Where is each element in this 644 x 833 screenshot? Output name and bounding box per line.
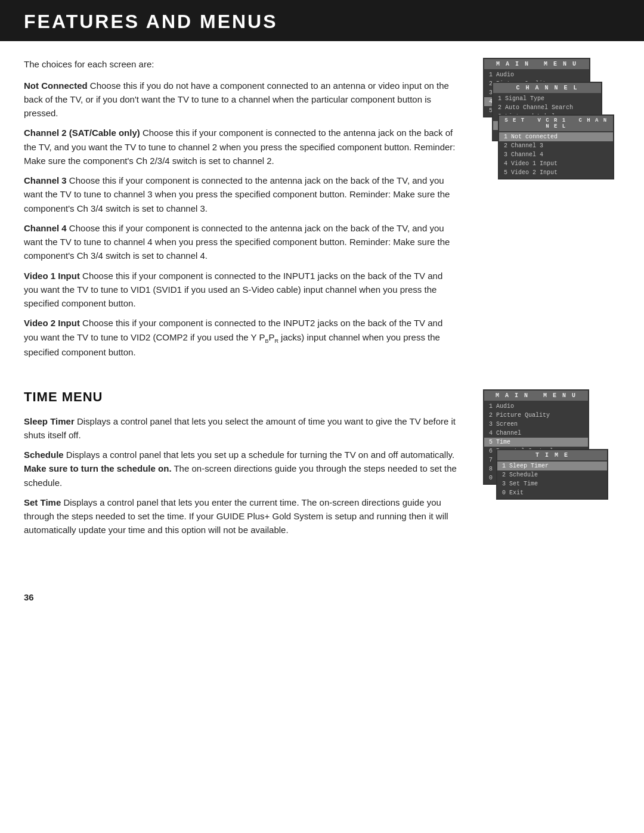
set-vcr-screen: S E T V C R 1 C H A N N E L 1 Not connec… <box>498 114 614 179</box>
vcr-item-channel3: 2 Channel 3 <box>499 141 613 150</box>
para-schedule: Schedule Displays a control panel that l… <box>24 448 459 490</box>
vcr-item-video1: 4 Video 1 Input <box>499 159 613 168</box>
time-submenu-items: 1 Sleep Timer 2 Schedule 3 Set Time 0 Ex… <box>497 460 607 498</box>
time-menu-heading: TIME MENU <box>24 389 459 405</box>
text-video2: Choose this if your component is connect… <box>24 318 442 357</box>
term-video2: Video 2 Input <box>24 318 80 328</box>
mm2-time: 5 Time <box>484 438 588 447</box>
para-set-time: Set Time Displays a control panel that l… <box>24 496 459 537</box>
menu-stack-time: M A I N M E N U 1 Audio 2 Picture Qualit… <box>483 389 614 556</box>
main-menu-2-title: M A I N M E N U <box>484 391 588 401</box>
channel-menu-title: C H A N N E L <box>493 83 601 93</box>
page-content: The choices for each screen are: Not Con… <box>0 58 644 556</box>
para-video2: Video 2 Input Choose this if your compon… <box>24 316 459 359</box>
header-banner: FEATURES AND MENUS <box>0 0 644 41</box>
vcr-item-not-connected: 1 Not connected <box>499 132 613 141</box>
text-channel3: Choose this if your component is connect… <box>24 175 450 213</box>
para-channel4: Channel 4 Choose this if your component … <box>24 221 459 263</box>
text-column: The choices for each screen are: Not Con… <box>24 58 459 366</box>
para-sleep-timer: Sleep Timer Displays a control panel tha… <box>24 414 459 442</box>
time-menu-col: M A I N M E N U 1 Audio 2 Picture Qualit… <box>483 389 620 556</box>
mm2-audio: 1 Audio <box>484 402 588 411</box>
time-menu-section: TIME MENU Sleep Timer Displays a control… <box>24 389 620 556</box>
footer: 36 <box>0 580 644 614</box>
menu-item-audio: 1 Audio <box>484 70 589 79</box>
term-channel2: Channel 2 (SAT/Cable only) <box>24 128 140 138</box>
page-number: 36 <box>24 592 34 602</box>
subscript-b: B <box>265 338 268 344</box>
menu-stack-upper: M A I N M E N U 1 Audio 2 Picture Qualit… <box>483 58 614 231</box>
text-video1: Choose this if your component is connect… <box>24 271 442 309</box>
text-schedule: Displays a control panel that lets you s… <box>66 450 454 460</box>
set-vcr-items: 1 Not connected 2 Channel 3 3 Channel 4 … <box>499 131 613 178</box>
para-channel3: Channel 3 Choose this if your component … <box>24 174 459 215</box>
channel-item-signal: 1 Signal Type <box>493 94 601 103</box>
text-not-connected: Choose this if you do not have a compone… <box>24 80 449 119</box>
text-sleep: Displays a control panel that lets you s… <box>24 416 456 440</box>
term-not-connected: Not Connected <box>24 80 88 91</box>
vcr-item-video2: 5 Video 2 Input <box>499 168 613 177</box>
time-submenu-layer: T I M E 1 Sleep Timer 2 Schedule 3 Set T… <box>496 449 608 500</box>
term-sleep: Sleep Timer <box>24 416 75 426</box>
term-channel4: Channel 4 <box>24 223 67 233</box>
page-title: FEATURES AND MENUS <box>24 11 620 33</box>
subscript-r: R <box>274 338 278 344</box>
vcr-item-channel4: 3 Channel 4 <box>499 150 613 159</box>
term-video1: Video 1 Input <box>24 271 80 281</box>
term-schedule: Schedule <box>24 450 64 460</box>
mm2-screen: 3 Screen <box>484 420 588 429</box>
para-channel2: Channel 2 (SAT/Cable only) Choose this i… <box>24 126 459 168</box>
set-vcr-menu-layer: S E T V C R 1 C H A N N E L 1 Not connec… <box>498 114 614 179</box>
text-channel4: Choose this if your component is connect… <box>24 223 450 261</box>
intro-text: The choices for each screen are: <box>24 58 459 72</box>
time-submenu-screen: T I M E 1 Sleep Timer 2 Schedule 3 Set T… <box>496 449 608 500</box>
time-submenu-title: T I M E <box>497 450 607 460</box>
upper-section: The choices for each screen are: Not Con… <box>24 58 620 366</box>
para-video1: Video 1 Input Choose this if your compon… <box>24 269 459 311</box>
mm2-picture: 2 Picture Quality <box>484 411 588 420</box>
channel-item-auto-search: 2 Auto Channel Search <box>493 103 601 112</box>
time-item-sleep: 1 Sleep Timer <box>497 462 607 470</box>
main-menu-title: M A I N M E N U <box>484 59 589 69</box>
time-text-column: TIME MENU Sleep Timer Displays a control… <box>24 389 459 556</box>
upper-menu-col: M A I N M E N U 1 Audio 2 Picture Qualit… <box>483 58 620 366</box>
time-item-settime: 3 Set Time <box>497 479 607 488</box>
text-set-time: Displays a control panel that lets you e… <box>24 497 448 535</box>
set-vcr-title: S E T V C R 1 C H A N N E L <box>499 116 613 131</box>
para-not-connected: Not Connected Choose this if you do not … <box>24 79 459 120</box>
term-channel3: Channel 3 <box>24 175 67 185</box>
time-item-schedule: 2 Schedule <box>497 470 607 479</box>
time-item-exit: 0 Exit <box>497 488 607 497</box>
mm2-channel: 4 Channel <box>484 429 588 438</box>
term-set-time: Set Time <box>24 497 61 507</box>
term-schedule-bold2: Make sure to turn the schedule on. <box>24 463 172 473</box>
